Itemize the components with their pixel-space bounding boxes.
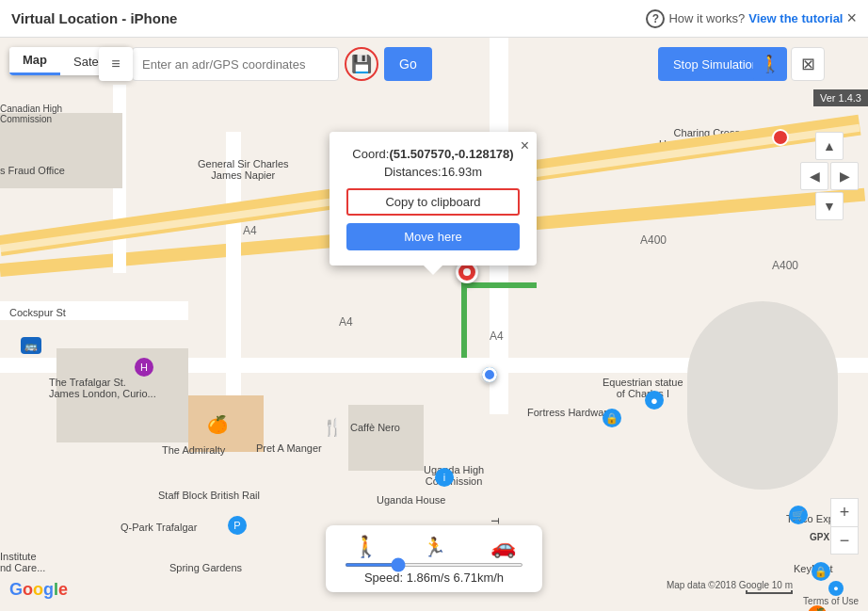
view-tutorial-link[interactable]: View the tutorial xyxy=(748,11,843,25)
zoom-controls: + − xyxy=(830,498,859,555)
pret-label: Pret A Manger xyxy=(256,442,322,454)
street-view-button[interactable]: 🚶 xyxy=(753,47,787,81)
scale-text: Map data ©2018 Google 10 m xyxy=(667,580,793,590)
a4-label-1: A4 xyxy=(243,224,257,237)
institute-label: Institutend Care... xyxy=(0,551,45,573)
tube-icon xyxy=(772,129,789,146)
speed-icons: 🚶 🏃 🚗 xyxy=(345,535,523,559)
equestrian-label: Equestrian statueof Charles I xyxy=(603,377,683,399)
spring-gardens-label: Spring Gardens xyxy=(169,562,242,573)
terms-link[interactable]: Terms of Use xyxy=(803,596,859,606)
uganda-label: Uganda HighCommission xyxy=(424,464,484,487)
nav-arrows: ▲ ◀ ▶ ▼ xyxy=(800,132,859,220)
help-icon: ? xyxy=(646,9,665,28)
run-icon: 🏃 xyxy=(423,536,446,558)
a400-label-2: A400 xyxy=(772,259,798,272)
search-bar: 💾 Go xyxy=(132,47,432,81)
scale-bar: Map data ©2018 Google 10 m xyxy=(667,580,793,594)
qpark-label: Q-Park Trafalgar xyxy=(121,522,197,533)
walk-icon: 🚶 xyxy=(353,535,378,559)
staff-block-label: Staff Block British Rail xyxy=(158,490,260,501)
speed-text: Speed: 1.86m/s 6.71km/h xyxy=(364,571,504,585)
hotel-icon: H xyxy=(135,358,153,377)
a400-label-1: A400 xyxy=(640,233,667,247)
general-napier-label: General Sir CharlesJames Napier xyxy=(198,158,289,181)
coordinate-input[interactable] xyxy=(132,47,339,81)
shopping-icon: 🛒 xyxy=(789,506,808,524)
save-icon: 💾 xyxy=(351,54,372,74)
popup-distance: Distances:16.93m xyxy=(346,165,520,179)
a4-label-2: A4 xyxy=(339,315,353,329)
nav-right-arrow[interactable]: ▶ xyxy=(830,162,859,190)
car-icon: 🚗 xyxy=(490,535,516,559)
map-action-buttons: 🚶 ⊠ xyxy=(753,47,825,81)
food-icon-1: 🍊 xyxy=(207,414,228,435)
fortress-label: Fortress Hardware xyxy=(527,407,613,418)
speed-bar: 🚶 🏃 🚗 Speed: 1.86m/s 6.71km/h xyxy=(326,525,542,592)
layers-icon: ≡ xyxy=(111,56,120,72)
bus-icon: 🚌 xyxy=(21,337,41,354)
zoom-out-button[interactable]: − xyxy=(830,526,859,555)
google-logo: Google xyxy=(9,580,68,600)
speed-slider-row xyxy=(345,563,523,567)
go-button[interactable]: Go xyxy=(384,47,432,81)
small-pin: ● xyxy=(828,581,844,596)
version-badge: Ver 1.4.3 xyxy=(813,89,868,106)
nav-left-arrow[interactable]: ◀ xyxy=(800,162,828,190)
speed-slider[interactable] xyxy=(345,563,523,567)
save-button[interactable]: 💾 xyxy=(345,47,378,81)
lock-icon: 🔒 xyxy=(812,562,830,581)
nav-up-arrow[interactable]: ▲ xyxy=(815,132,844,160)
info-popup: × Coord:(51.507570,-0.128178) Distances:… xyxy=(330,132,537,265)
blue-pin-2: ● xyxy=(645,391,664,410)
how-it-works-text: How it works? xyxy=(668,11,745,25)
help-section: ? How it works? View the tutorial × xyxy=(646,8,857,28)
copy-to-clipboard-button[interactable]: Copy to clipboard xyxy=(346,188,520,216)
title-bar: Virtual Location - iPhone ? How it works… xyxy=(0,0,868,38)
layers-menu-btn[interactable]: ≡ xyxy=(99,47,133,81)
popup-arrow xyxy=(424,265,442,275)
fortress-icon: 🔒 xyxy=(603,409,621,427)
popup-coord: Coord:(51.507570,-0.128178) xyxy=(346,147,520,161)
share-button[interactable]: ⊠ xyxy=(791,47,825,81)
scale-line xyxy=(746,590,793,594)
parking-icon-1: P xyxy=(228,516,247,535)
move-here-button[interactable]: Move here xyxy=(346,223,520,250)
gpx-label: GPX xyxy=(810,532,829,542)
app-title: Virtual Location - iPhone xyxy=(11,10,177,26)
map-tab[interactable]: Map xyxy=(9,47,60,75)
nav-down-arrow[interactable]: ▼ xyxy=(815,192,844,220)
pin-blue-1 xyxy=(480,365,499,384)
close-button[interactable]: × xyxy=(846,8,857,28)
uganda-house-label: Uganda House xyxy=(377,494,445,506)
food-icon-2: 🍴 xyxy=(322,417,343,438)
zoom-in-button[interactable]: + xyxy=(830,498,859,526)
popup-close-button[interactable]: × xyxy=(521,137,529,154)
info-icon-1: i xyxy=(435,468,454,487)
map-area[interactable]: A4 A4 A4 A400 A400 Charing CrossUndergro… xyxy=(0,38,868,611)
